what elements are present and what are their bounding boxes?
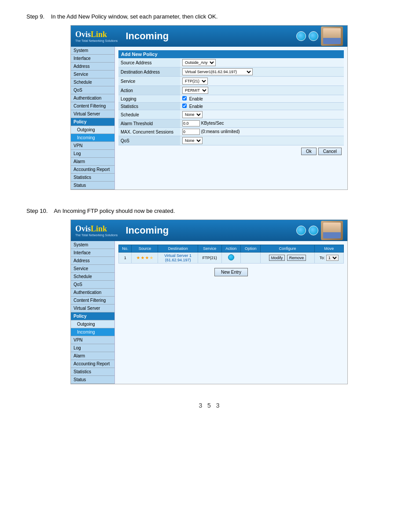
star-half-4: [150, 256, 153, 260]
col-header-option: Option: [241, 245, 261, 253]
field-value-alarm: KBytes/Sec: [180, 119, 344, 128]
sidebar-1: System Interface Address Service Schedul…: [71, 47, 115, 189]
ovis-logo-text-1: OvisLink: [75, 30, 118, 38]
sidebar2-item-incoming[interactable]: Incoming: [71, 328, 114, 336]
dest-address-select[interactable]: Virtual Server1(61.62.94.197): [182, 68, 253, 75]
sidebar2-item-policy[interactable]: Policy: [71, 312, 114, 320]
sidebar-item-virtual-server[interactable]: Virtual Server: [71, 110, 114, 118]
logo-ovis-2: Ovis: [75, 224, 91, 233]
ok-button[interactable]: Ok: [301, 148, 317, 155]
new-entry-button[interactable]: New Entry: [214, 268, 248, 276]
content-area-1: Add New Policy Source Address Outside_An…: [115, 47, 347, 189]
photo-inner-2: [323, 223, 341, 238]
star-1: [136, 256, 140, 260]
sidebar2-item-status[interactable]: Status: [71, 376, 114, 384]
ovis-tagline-1: The Total Networking Solutions: [75, 39, 118, 42]
sidebar-item-address[interactable]: Address: [71, 63, 114, 71]
sidebar-item-outgoing[interactable]: Outgoing: [71, 126, 114, 134]
sidebar2-item-interface[interactable]: Interface: [71, 249, 114, 257]
sidebar2-item-address[interactable]: Address: [71, 257, 114, 265]
field-value-logging: Enable: [180, 95, 344, 103]
globe-icon-3: [296, 226, 306, 235]
policy-list-table: No. Source Destination Service Action Op…: [118, 245, 344, 264]
ovis-tagline-2: The Total Networking Solutions: [75, 234, 118, 237]
statistics-checkbox[interactable]: [182, 104, 187, 108]
sidebar2-item-outgoing[interactable]: Outgoing: [71, 320, 114, 328]
sidebar-item-system[interactable]: System: [71, 47, 114, 55]
sidebar-item-statistics[interactable]: Statistics: [71, 174, 114, 182]
sidebar-item-schedule[interactable]: Schedule: [71, 78, 114, 86]
qos-select[interactable]: None: [182, 137, 203, 144]
header-icons-2: [296, 221, 343, 240]
move-select[interactable]: 1: [326, 255, 339, 261]
field-value-max-sessions: (0:means unlimited): [180, 128, 344, 136]
form-button-row: Ok Cancel: [118, 145, 344, 157]
sidebar2-item-statistics[interactable]: Statistics: [71, 368, 114, 376]
field-value-dest: Virtual Server1(61.62.94.197): [180, 67, 344, 77]
sidebar-item-status[interactable]: Status: [71, 182, 114, 189]
sidebar-item-log[interactable]: Log: [71, 150, 114, 158]
max-sessions-input[interactable]: [182, 129, 200, 135]
cell-configure: Modify Remove: [261, 253, 314, 264]
sidebar-item-qos[interactable]: QoS: [71, 86, 114, 94]
ovis-logo-2: OvisLink The Total Networking Solutions: [75, 225, 118, 237]
sidebar2-item-virtual-server[interactable]: Virtual Server: [71, 305, 114, 312]
cell-no: 1: [119, 253, 132, 264]
action-select[interactable]: PERMIT: [182, 87, 208, 94]
add-new-policy-table: Add New Policy Source Address Outside_An…: [118, 50, 344, 145]
cell-action: [221, 253, 240, 264]
logging-checkbox[interactable]: [182, 96, 187, 100]
service-select[interactable]: FTP(21): [182, 78, 208, 85]
sidebar-item-policy[interactable]: Policy: [71, 118, 114, 126]
sidebar2-item-accounting-report[interactable]: Accounting Report: [71, 360, 114, 368]
sidebar2-item-service[interactable]: Service: [71, 265, 114, 273]
cell-destination: Virtual Server 1(61.62.94.197): [158, 253, 198, 264]
field-value-schedule: None: [180, 110, 344, 119]
alarm-threshold-input[interactable]: [182, 120, 200, 126]
field-value-qos: None: [180, 136, 344, 145]
sidebar2-item-schedule[interactable]: Schedule: [71, 273, 114, 281]
content-area-2: No. Source Destination Service Action Op…: [115, 241, 347, 384]
sidebar2-item-log[interactable]: Log: [71, 344, 114, 352]
cancel-button[interactable]: Cancel: [318, 148, 342, 155]
sidebar-item-content-filtering[interactable]: Content Filtering: [71, 102, 114, 110]
source-address-select[interactable]: Outside_Any: [182, 59, 216, 66]
sidebar2-item-vpn[interactable]: VPN: [71, 336, 114, 344]
field-label-alarm: Alarm Threshold: [118, 119, 180, 128]
page-title-1: Incoming: [122, 30, 296, 42]
sidebar-2: System Interface Address Service Schedul…: [71, 241, 115, 384]
statistics-label: Enable: [189, 104, 203, 109]
max-sessions-hint: (0:means unlimited): [201, 129, 240, 134]
sidebar-item-incoming[interactable]: Incoming: [71, 134, 114, 142]
modify-button[interactable]: Modify: [269, 255, 285, 261]
field-label-max-sessions: MAX. Concurrent Sessions: [118, 128, 180, 136]
schedule-select[interactable]: None: [182, 111, 203, 118]
sidebar2-item-system[interactable]: System: [71, 241, 114, 249]
col-header-service: Service: [198, 245, 221, 253]
field-label-qos: QoS: [118, 136, 180, 145]
sidebar-item-authentication[interactable]: Authentication: [71, 94, 114, 102]
sidebar-item-interface[interactable]: Interface: [71, 55, 114, 63]
field-label-statistics: Statistics: [118, 103, 180, 110]
sidebar2-item-alarm[interactable]: Alarm: [71, 352, 114, 360]
globe-icon-2: [309, 31, 318, 41]
screenshot2: OvisLink The Total Networking Solutions …: [70, 219, 348, 384]
sidebar-item-alarm[interactable]: Alarm: [71, 158, 114, 166]
field-label-logging: Logging: [118, 95, 180, 103]
remove-button[interactable]: Remove: [287, 255, 306, 261]
globe-icon-1: [296, 31, 306, 41]
sidebar2-item-qos[interactable]: QoS: [71, 281, 114, 289]
field-label-source: Source Address: [118, 58, 180, 67]
sidebar-item-accounting-report[interactable]: Accounting Report: [71, 166, 114, 174]
sidebar-item-vpn[interactable]: VPN: [71, 142, 114, 150]
alarm-unit: KBytes/Sec: [201, 121, 224, 126]
sidebar-item-service[interactable]: Service: [71, 71, 114, 78]
ovis-header-2: OvisLink The Total Networking Solutions …: [71, 220, 347, 241]
ovis-logo-1: OvisLink The Total Networking Solutions: [75, 30, 118, 42]
sidebar2-item-content-filtering[interactable]: Content Filtering: [71, 297, 114, 305]
table-row: 1 Virtual Server 1(61.62.94.197) FTP(21): [119, 253, 344, 264]
sidebar2-item-authentication[interactable]: Authentication: [71, 289, 114, 297]
col-header-action: Action: [221, 245, 240, 253]
col-header-no: No.: [119, 245, 132, 253]
field-label-action: Action: [118, 86, 180, 95]
